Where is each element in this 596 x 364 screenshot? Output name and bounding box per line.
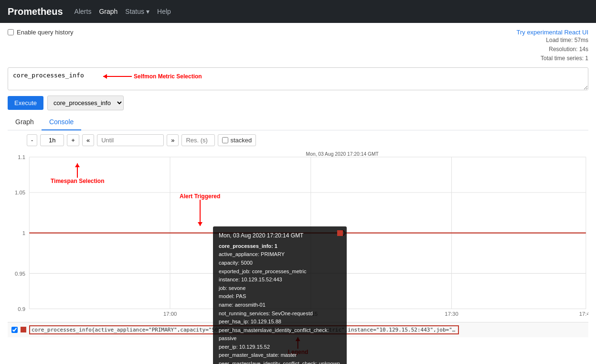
controls-row: Execute core_processes_info	[8, 96, 588, 110]
tab-console[interactable]: Console	[42, 114, 81, 130]
stacked-checkbox[interactable]	[222, 137, 228, 143]
main-content: Enable query history Try experimental Re…	[0, 23, 596, 364]
plus-button[interactable]: +	[67, 134, 79, 146]
chart-svg: 1.1 1.05 1 0.95 0.9 Mon, 03 Aug 2020 17:	[8, 150, 588, 322]
legend-annotation-wrapper: Legend	[8, 337, 588, 361]
legend-label: Legend	[288, 349, 309, 355]
right-info: Try experimental React UI Load time: 57m…	[516, 29, 588, 64]
rewind-button[interactable]: «	[82, 134, 94, 146]
nav-status[interactable]: Status ▾	[125, 8, 149, 15]
query-area: core_processes_info Selfmon Metric Selec…	[8, 67, 588, 92]
duration-input[interactable]	[40, 134, 64, 146]
legend-text: core_processes_info{active_appliance="PR…	[29, 325, 459, 334]
annotation-arrow	[103, 76, 132, 77]
until-input[interactable]	[97, 134, 164, 146]
enable-history-row: Enable query history	[8, 29, 74, 36]
graph-controls: - + « » stacked	[27, 134, 588, 146]
forward-button[interactable]: »	[167, 134, 179, 146]
minus-button[interactable]: -	[27, 134, 37, 146]
stacked-label: stacked	[230, 137, 252, 144]
svg-text:1.1: 1.1	[18, 154, 25, 160]
total-series: Total time series: 1	[516, 54, 588, 63]
stats-block: Load time: 57ms Resolution: 14s Total ti…	[516, 36, 588, 64]
nav-help[interactable]: Help	[157, 6, 171, 17]
svg-text:17:00: 17:00	[163, 311, 177, 317]
legend-color	[21, 327, 26, 332]
enable-history-label: Enable query history	[17, 29, 74, 36]
svg-text:17:45: 17:45	[579, 311, 588, 317]
metric-select[interactable]: core_processes_info	[47, 96, 124, 110]
svg-text:1: 1	[22, 230, 25, 236]
svg-text:1.05: 1.05	[15, 190, 25, 195]
annotation-label: Selfmon Metric Selection	[134, 73, 202, 80]
load-time: Load time: 57ms	[516, 36, 588, 45]
query-annotation: Selfmon Metric Selection	[103, 73, 202, 80]
svg-text:17:15: 17:15	[304, 311, 318, 317]
legend-annotation: Legend	[288, 337, 309, 355]
legend-arrow-up	[298, 337, 298, 349]
graph-section: - + « » stacked 1.1 1.05 1 0.95	[8, 130, 588, 364]
navbar: Prometheus Alerts Graph Status ▾ Help	[0, 0, 596, 23]
chart-wrapper: 1.1 1.05 1 0.95 0.9 Mon, 03 Aug 2020 17:	[8, 150, 588, 322]
query-input[interactable]: core_processes_info	[8, 67, 588, 90]
stacked-toggle[interactable]: stacked	[218, 134, 256, 146]
nav-alerts[interactable]: Alerts	[74, 6, 92, 17]
navbar-brand: Prometheus	[8, 6, 63, 17]
execute-button[interactable]: Execute	[8, 96, 43, 110]
nav-graph[interactable]: Graph	[99, 6, 117, 17]
top-row: Enable query history Try experimental Re…	[8, 29, 588, 64]
svg-text:0.95: 0.95	[15, 270, 25, 276]
resolution: Resolution: 14s	[516, 45, 588, 54]
try-react-link[interactable]: Try experimental React UI	[516, 29, 588, 36]
svg-text:0.9: 0.9	[18, 306, 25, 311]
enable-history-checkbox[interactable]	[8, 29, 14, 35]
legend-area: core_processes_info{active_appliance="PR…	[8, 322, 588, 337]
res-input[interactable]	[181, 134, 215, 146]
svg-rect-0	[8, 150, 588, 322]
svg-text:Mon, 03 Aug 2020 17:20:14 GMT: Mon, 03 Aug 2020 17:20:14 GMT	[306, 151, 379, 156]
svg-point-22	[340, 230, 345, 236]
tabs: Graph Console	[8, 114, 588, 130]
legend-checkbox[interactable]	[11, 327, 18, 333]
svg-text:17:30: 17:30	[445, 311, 458, 317]
tab-graph[interactable]: Graph	[8, 114, 42, 130]
